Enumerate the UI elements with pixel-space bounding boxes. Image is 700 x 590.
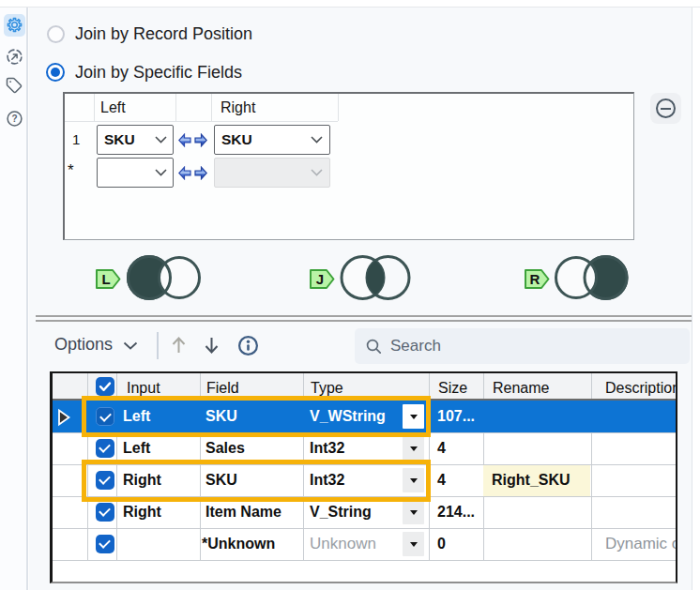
svg-text:R: R [530,271,540,287]
svg-text:?: ? [11,113,17,124]
svg-text:L: L [101,271,110,287]
svg-text:J: J [316,271,324,287]
